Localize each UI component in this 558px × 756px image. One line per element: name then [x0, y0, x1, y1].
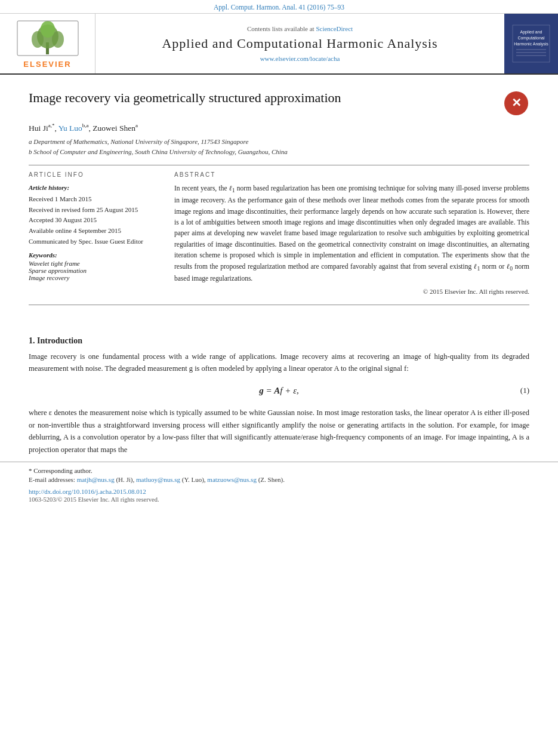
- svg-text:✕: ✕: [511, 96, 522, 109]
- journal-thumb: Applied and Computational Harmonic Analy…: [504, 14, 558, 73]
- author-yu-sup: b,a: [82, 122, 89, 128]
- authors-line: Hui Jia,*, Yu Luob,a, Zuowei Shena: [29, 122, 529, 133]
- journal-thumb-image: Applied and Computational Harmonic Analy…: [510, 23, 552, 64]
- footnote-emails: E-mail addresses: matjh@nus.sg (H. Ji), …: [29, 476, 529, 483]
- keywords-heading: Keywords:: [29, 251, 160, 259]
- received-date: Received 1 March 2015: [29, 194, 160, 205]
- emails-label: E-mail addresses:: [29, 476, 75, 483]
- article-history-heading: Article history:: [29, 183, 160, 193]
- paper-title-row: Image recovery via geometrically structu…: [29, 90, 529, 116]
- keyword-1: Wavelet tight frame: [29, 260, 160, 267]
- affil-a: a Department of Mathematics, National Un…: [29, 137, 529, 147]
- author-zuowei-sup: a: [135, 122, 138, 128]
- sciencedirect-link[interactable]: ScienceDirect: [316, 25, 353, 32]
- divider-top: [29, 165, 529, 165]
- page-wrapper: Appl. Comput. Harmon. Anal. 41 (2016) 75…: [0, 0, 558, 756]
- svg-text:Harmonic Analysis: Harmonic Analysis: [514, 42, 548, 47]
- footer-area: * Corresponding author. E-mail addresses…: [0, 462, 558, 508]
- accepted-date: Accepted 30 August 2015: [29, 215, 160, 226]
- author-zuowei-shen: Zuowei Shen: [93, 124, 135, 133]
- two-col-section: ARTICLE INFO Article history: Received 1…: [29, 171, 529, 295]
- intro-paragraph-1: Image recovery is one fundamental proces…: [29, 351, 529, 375]
- journal-ref-text: Appl. Comput. Harmon. Anal. 41 (2016) 75…: [214, 4, 344, 11]
- abstract-text: In recent years, the ℓ1 norm based regul…: [174, 183, 529, 284]
- email2[interactable]: matluoy@nus.sg: [136, 476, 180, 483]
- intro-heading: 1. Introduction: [29, 336, 529, 346]
- paper-content: Image recovery via geometrically structu…: [0, 75, 558, 325]
- paper-title-text: Image recovery via geometrically structu…: [29, 90, 497, 106]
- available-date: Available online 4 September 2015: [29, 226, 160, 236]
- sciencedirect-line: Contents lists available at ScienceDirec…: [247, 25, 353, 32]
- keyword-3: Image recovery: [29, 274, 160, 281]
- copyright-line: © 2015 Elsevier Inc. All rights reserved…: [174, 288, 529, 295]
- email3-person: (Z. Shen).: [258, 476, 285, 483]
- svg-text:Computational: Computational: [517, 36, 545, 41]
- email3[interactable]: matzuows@nus.sg: [207, 476, 257, 483]
- doi-link[interactable]: http://dx.doi.org/10.1016/j.acha.2015.08…: [29, 488, 146, 495]
- affil-b: b School of Computer and Engineering, So…: [29, 147, 529, 158]
- author-hui-ji: Hui Ji: [29, 124, 48, 133]
- corresponding-author-note: * Corresponding author.: [29, 467, 529, 474]
- equation-1-content: g = Af + ε,: [259, 386, 299, 396]
- keywords-list: Wavelet tight frame Sparse approximation…: [29, 260, 160, 281]
- svg-text:Applied and: Applied and: [520, 30, 542, 35]
- elsevier-brand-text: ELSEVIER: [23, 60, 71, 69]
- email2-person: (Y. Luo): [182, 476, 204, 483]
- journal-title: Applied and Computational Harmonic Analy…: [162, 36, 437, 51]
- affiliations: a Department of Mathematics, National Un…: [29, 137, 529, 158]
- communicated-by: Communicated by Spec. Issue Guest Editor: [29, 236, 160, 247]
- journal-header: ELSEVIER Contents lists available at Sci…: [0, 14, 558, 75]
- journal-ref-bar: Appl. Comput. Harmon. Anal. 41 (2016) 75…: [0, 0, 558, 14]
- abstract-col: ABSTRACT In recent years, the ℓ1 norm ba…: [174, 171, 529, 295]
- divider-bottom: [29, 305, 529, 305]
- journal-url[interactable]: www.elsevier.com/locate/acha: [260, 55, 340, 62]
- email1-person: (H. Ji): [116, 476, 132, 483]
- author-hui-sup: a,*: [48, 122, 55, 128]
- svg-point-4: [41, 21, 55, 38]
- footer-doi-block: http://dx.doi.org/10.1016/j.acha.2015.08…: [29, 488, 529, 495]
- elsevier-logo-image: [15, 19, 81, 57]
- paper-body: 1. Introduction Image recovery is one fu…: [0, 336, 558, 456]
- journal-header-center: Contents lists available at ScienceDirec…: [95, 14, 504, 73]
- equation-1-number: (1): [520, 386, 529, 395]
- email1[interactable]: matjh@nus.sg: [77, 476, 115, 483]
- elsevier-logo-block: ELSEVIER: [0, 14, 95, 73]
- article-info-col: ARTICLE INFO Article history: Received 1…: [29, 171, 160, 295]
- intro-paragraph-2: where ε denotes the measurement noise wh…: [29, 407, 529, 456]
- author-yu-luo: Yu Luo: [58, 124, 82, 133]
- article-info-block: Article history: Received 1 March 2015 R…: [29, 183, 160, 247]
- keyword-2: Sparse approximation: [29, 267, 160, 274]
- issn-line: 1063-5203/© 2015 Elsevier Inc. All right…: [29, 496, 529, 503]
- article-info-label: ARTICLE INFO: [29, 171, 160, 178]
- received-revised-date: Received in revised form 25 August 2015: [29, 205, 160, 216]
- abstract-label: ABSTRACT: [174, 171, 529, 178]
- crossmark-logo: ✕: [503, 90, 529, 116]
- equation-1-block: g = Af + ε, (1): [29, 386, 529, 396]
